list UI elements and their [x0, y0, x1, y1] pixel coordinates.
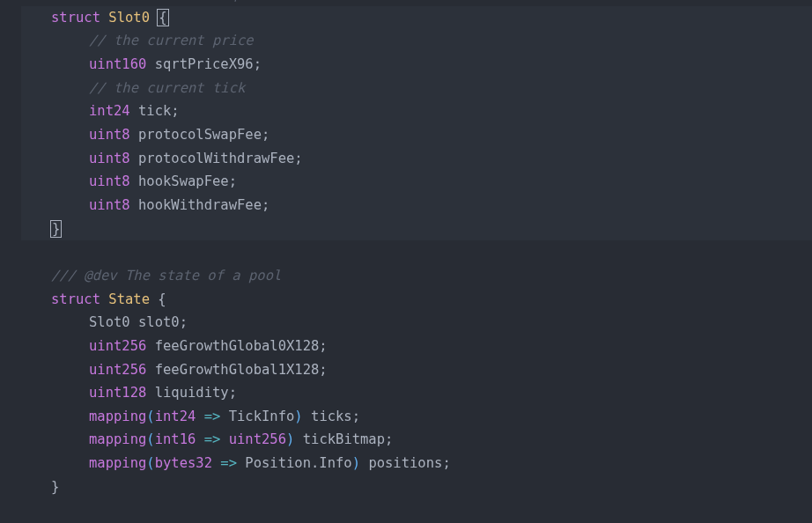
code-line: } — [21, 217, 812, 241]
code-token: } — [50, 220, 62, 238]
code-token: { — [157, 9, 168, 26]
code-line: uint128 liquidity; — [21, 381, 812, 405]
code-token — [360, 455, 368, 471]
code-token: State — [108, 291, 150, 307]
code-token — [146, 338, 154, 354]
code-token — [130, 314, 138, 330]
code-token — [100, 10, 108, 26]
code-token: { — [158, 291, 166, 307]
code-token — [212, 455, 220, 471]
code-token: ; — [171, 103, 179, 119]
code-token: hookSwapFee — [138, 173, 229, 189]
code-token: feeGrowthGlobal0X128 — [155, 338, 320, 354]
code-line: uint256 feeGrowthGlobal1X128; — [21, 358, 812, 382]
code-line: mapping(bytes32 => Position.Info) positi… — [21, 452, 812, 475]
code-token: ; — [262, 197, 269, 213]
code-token: ; — [294, 151, 302, 166]
code-token: mapping — [89, 431, 146, 447]
code-token: uint8 — [89, 127, 130, 143]
code-token: uint8 — [89, 173, 130, 189]
code-token: ; — [180, 314, 188, 330]
code-token: } — [51, 479, 59, 495]
code-line: struct State { — [21, 288, 812, 312]
code-token — [146, 385, 154, 401]
code-token — [196, 409, 203, 424]
code-line: // the current price — [21, 29, 812, 53]
code-line: uint256 feeGrowthGlobal0X128; — [21, 335, 812, 358]
code-token: ticks — [311, 409, 352, 424]
code-token: uint256 — [229, 431, 286, 447]
code-token: uint8 — [89, 197, 130, 213]
code-token — [130, 103, 138, 119]
code-token: ; — [442, 455, 450, 471]
code-token — [130, 127, 138, 143]
code-token: struct — [51, 291, 100, 307]
code-token: uint256 — [89, 362, 146, 378]
code-token — [130, 173, 138, 189]
code-token — [100, 291, 108, 307]
code-token: ( — [146, 409, 154, 424]
code-token: struct — [51, 10, 100, 26]
code-token — [303, 409, 311, 424]
code-line: // the current tick — [21, 77, 812, 100]
code-block: /// withdrawFee: fee1 | fee0struct Slot0… — [21, 0, 812, 498]
code-token — [130, 151, 138, 166]
gutter — [0, 0, 21, 498]
code-token — [130, 197, 138, 213]
code-token: => — [204, 409, 221, 424]
code-token: Position — [245, 455, 311, 471]
code-token: ( — [146, 455, 154, 471]
code-token: uint256 — [89, 338, 146, 354]
code-token: int24 — [155, 409, 196, 424]
code-token — [237, 455, 245, 471]
code-token: protocolSwapFee — [138, 127, 262, 143]
code-token: tickBitmap — [303, 431, 385, 447]
code-token: // the current price — [89, 33, 254, 48]
code-token — [146, 362, 154, 378]
code-token: ) — [286, 431, 294, 447]
code-token: uint8 — [89, 151, 130, 166]
code-line: } — [21, 475, 812, 499]
code-token: Slot0 — [89, 314, 130, 330]
code-token: ) — [352, 455, 360, 471]
code-token: ( — [146, 431, 154, 447]
code-line: uint8 protocolWithdrawFee; — [21, 147, 812, 171]
code-token: tick — [138, 103, 171, 119]
code-line: uint160 sqrtPriceX96; — [21, 53, 812, 77]
code-line: uint8 protocolSwapFee; — [21, 123, 812, 147]
code-line: Slot0 slot0; — [21, 311, 812, 335]
code-token: TickInfo — [229, 409, 295, 424]
code-line: struct Slot0 { — [21, 6, 812, 30]
code-token: int16 — [155, 431, 196, 447]
code-token — [196, 431, 203, 447]
code-line: uint8 hookSwapFee; — [21, 170, 812, 194]
code-token — [150, 291, 158, 307]
code-token: positions — [368, 455, 442, 471]
code-token: ; — [385, 431, 393, 447]
code-token — [294, 431, 302, 447]
code-token: => — [220, 455, 237, 471]
code-line: uint8 hookWithdrawFee; — [21, 194, 812, 217]
code-line: /// withdrawFee: fee1 | fee0 — [21, 0, 812, 6]
code-token: . — [311, 455, 319, 471]
code-token: ; — [229, 385, 237, 401]
code-token: feeGrowthGlobal1X128 — [155, 362, 320, 378]
code-token: Info — [319, 455, 351, 471]
code-token — [220, 409, 228, 424]
code-token: /// withdrawFee: fee1 | fee0 — [51, 0, 281, 2]
code-token — [220, 431, 228, 447]
code-editor[interactable]: /// withdrawFee: fee1 | fee0struct Slot0… — [0, 0, 812, 498]
code-line: mapping(int16 => uint256) tickBitmap; — [21, 428, 812, 452]
code-line: int24 tick; — [21, 99, 812, 123]
code-token: hookWithdrawFee — [138, 197, 262, 213]
code-token: ; — [319, 362, 327, 378]
code-token: Slot0 — [108, 10, 150, 26]
code-token: slot0 — [138, 314, 180, 330]
code-token: mapping — [89, 409, 146, 424]
code-token — [146, 56, 154, 72]
code-line — [21, 240, 812, 264]
code-token: // the current tick — [89, 80, 245, 96]
code-token: uint128 — [89, 385, 146, 401]
code-token: uint160 — [89, 56, 146, 72]
code-token: mapping — [89, 455, 146, 471]
